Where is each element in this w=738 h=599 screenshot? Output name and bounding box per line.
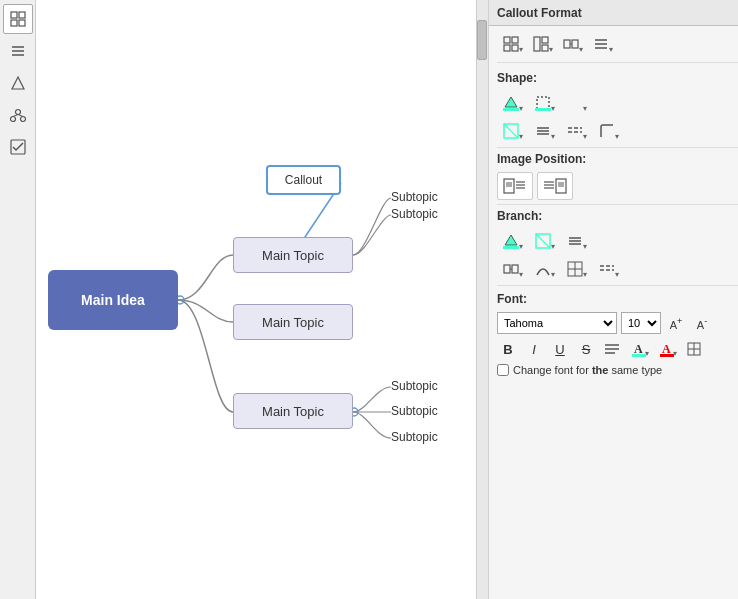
dash-btn[interactable] [561,119,589,143]
sidebar-tab-check[interactable] [3,132,33,162]
branch-table-icon [567,261,583,277]
main-topic-3[interactable]: Main Topic [233,393,353,429]
sidebar-tab-format[interactable] [3,4,33,34]
font-selector-row: Tahoma 10 A+ A- [497,312,738,334]
svg-rect-62 [512,265,518,273]
svg-rect-46 [506,182,512,187]
separator-2 [497,204,738,205]
subtopic-5[interactable]: Subtopic [391,430,438,444]
corner-btn[interactable] [593,119,621,143]
main-topic-2[interactable]: Main Topic [233,304,353,340]
edit-icon [503,123,519,139]
branch-lines-btn[interactable] [561,229,589,253]
subtopic-1[interactable]: Subtopic [391,190,438,204]
lines-btn[interactable] [587,32,615,56]
bold-word: the [592,364,609,376]
svg-rect-30 [503,108,519,111]
svg-rect-51 [558,182,564,187]
align-btn[interactable] [529,119,557,143]
list-icon [10,43,26,59]
svg-rect-20 [512,45,518,51]
strikethrough-label: S [582,342,591,357]
image-icon [10,75,26,91]
callout-node[interactable]: Callout [266,165,341,195]
img-right-icon [543,176,567,196]
fill-color-btn[interactable] [497,91,525,115]
edit-btn[interactable] [497,119,525,143]
callout-label: Callout [285,173,322,187]
highlight-btn[interactable]: A [627,338,651,360]
strikethrough-btn[interactable]: S [575,338,597,360]
connect-btn[interactable] [557,32,585,56]
table-insert-icon [687,342,701,356]
branch-fill-btn[interactable] [497,229,525,253]
branch-label: Branch: [497,209,738,223]
panel-content: Shape: [489,26,738,599]
grid-btn[interactable] [497,32,525,56]
branch-connect-icon [503,261,519,277]
svg-rect-77 [632,354,646,357]
branch-connect-btn[interactable] [497,257,525,281]
svg-text:A: A [634,342,643,356]
sidebar-tab-image[interactable] [3,68,33,98]
font-decrease-label: A- [697,316,707,331]
img-left-icon [503,176,527,196]
branch-curve-icon [535,261,551,277]
table-insert-btn[interactable] [683,338,705,360]
shadow-btn[interactable] [561,91,589,115]
main-topic-3-label: Main Topic [262,404,324,419]
svg-rect-3 [19,20,25,26]
scrollbar-thumb[interactable] [477,20,487,60]
color-icon: A [659,341,675,357]
svg-rect-32 [535,108,551,111]
main-topic-1[interactable]: Main Topic [233,237,353,273]
bold-btn[interactable]: B [497,338,519,360]
subtopic-3[interactable]: Subtopic [391,379,438,393]
img-pos-right[interactable] [537,172,573,200]
svg-rect-18 [512,37,518,43]
lines-icon [593,36,609,52]
border-fill-btn[interactable] [529,91,557,115]
svg-rect-23 [542,45,548,51]
main-idea-label: Main Idea [81,292,145,308]
left-sidebar [0,0,36,599]
svg-rect-55 [503,246,519,249]
color-btn[interactable]: A [655,338,679,360]
align-icon [535,123,551,139]
svg-rect-0 [11,12,17,18]
branch-curve-btn[interactable] [529,257,557,281]
branch-dash2-btn[interactable] [593,257,621,281]
align-text-btn[interactable] [601,338,623,360]
subtopic-4[interactable]: Subtopic [391,404,438,418]
font-size-select[interactable]: 10 [621,312,661,334]
sidebar-tab-list[interactable] [3,36,33,66]
layout-btn[interactable] [527,32,555,56]
star-icon [10,107,26,123]
corner-icon [599,123,615,139]
sidebar-tab-star[interactable] [3,100,33,130]
branch-table-btn[interactable] [561,257,589,281]
italic-btn[interactable]: I [523,338,545,360]
canvas-scrollbar[interactable] [476,0,488,599]
font-increase-btn[interactable]: A+ [665,312,687,334]
font-increase-label: A+ [670,316,683,331]
branch-lines-icon [567,233,583,249]
branch-row-2 [497,257,738,281]
font-format-row: B I U S A [497,338,738,360]
subtopic-2[interactable]: Subtopic [391,207,438,221]
fill-icon [503,95,519,111]
highlight-icon: A [631,341,647,357]
layout-icon [533,36,549,52]
panel-header: Callout Format 🔧 [489,0,738,26]
img-pos-left[interactable] [497,172,533,200]
branch-dash2-icon [599,261,615,277]
same-type-checkbox[interactable] [497,364,509,376]
font-decrease-btn[interactable]: A- [691,312,713,334]
grid-icon [503,36,519,52]
font-label: Font: [497,292,738,306]
branch-edit-btn[interactable] [529,229,557,253]
underline-btn[interactable]: U [549,338,571,360]
main-idea-node[interactable]: Main Idea [48,270,178,330]
font-family-select[interactable]: Tahoma [497,312,617,334]
branch-edit-icon [535,233,551,249]
